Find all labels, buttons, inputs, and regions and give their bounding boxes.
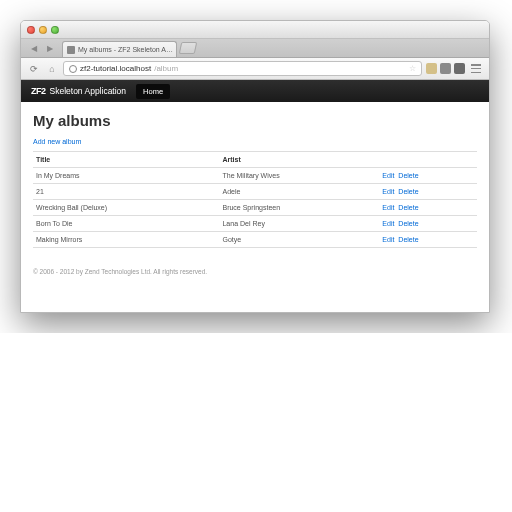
window-titlebar <box>21 21 489 39</box>
edit-link[interactable]: Edit <box>382 220 394 227</box>
cell-actions: Edit Delete <box>379 216 477 232</box>
col-actions-header <box>379 152 477 168</box>
tab-favicon <box>67 46 75 54</box>
forward-button[interactable]: ▶ <box>43 42 57 55</box>
address-bar[interactable]: zf2-tutorial.localhost/album ☆ <box>63 61 422 76</box>
window-minimize-button[interactable] <box>39 26 47 34</box>
cell-artist: Bruce Springsteen <box>219 200 379 216</box>
browser-toolbar: ⟳ ⌂ zf2-tutorial.localhost/album ☆ <box>21 58 489 80</box>
edit-link[interactable]: Edit <box>382 172 394 179</box>
cell-actions: Edit Delete <box>379 232 477 248</box>
cell-actions: Edit Delete <box>379 168 477 184</box>
browser-menu-button[interactable] <box>469 63 483 74</box>
bookmark-star-icon[interactable]: ☆ <box>409 64 416 73</box>
page-viewport: ZF2 Skeleton Application Home My albums … <box>21 80 489 312</box>
cell-title: Born To Die <box>33 216 219 232</box>
table-row: Born To DieLana Del ReyEdit Delete <box>33 216 477 232</box>
cell-actions: Edit Delete <box>379 184 477 200</box>
cell-title: Wrecking Ball (Deluxe) <box>33 200 219 216</box>
brand-link[interactable]: ZF2 Skeleton Application <box>31 86 126 96</box>
page-content: My albums Add new album Title Artist In … <box>21 102 489 258</box>
url-host: zf2-tutorial.localhost <box>80 64 151 73</box>
page-title: My albums <box>33 112 477 129</box>
page-footer: © 2006 - 2012 by Zend Technologies Ltd. … <box>21 258 489 285</box>
delete-link[interactable]: Delete <box>398 188 418 195</box>
edit-link[interactable]: Edit <box>382 188 394 195</box>
cell-title: In My Dreams <box>33 168 219 184</box>
delete-link[interactable]: Delete <box>398 204 418 211</box>
delete-link[interactable]: Delete <box>398 220 418 227</box>
cell-title: 21 <box>33 184 219 200</box>
delete-link[interactable]: Delete <box>398 172 418 179</box>
cell-artist: Lana Del Rey <box>219 216 379 232</box>
nav-link-home[interactable]: Home <box>136 84 170 99</box>
extension-icon[interactable] <box>454 63 465 74</box>
table-row: Wrecking Ball (Deluxe)Bruce SpringsteenE… <box>33 200 477 216</box>
table-row: 21AdeleEdit Delete <box>33 184 477 200</box>
col-artist-header: Artist <box>219 152 379 168</box>
cell-actions: Edit Delete <box>379 200 477 216</box>
albums-table: Title Artist In My DreamsThe Military Wi… <box>33 151 477 248</box>
reload-button[interactable]: ⟳ <box>27 62 41 76</box>
browser-window: ◀ ▶ My albums - ZF2 Skeleton A… × ⟳ ⌂ zf… <box>20 20 490 313</box>
delete-link[interactable]: Delete <box>398 236 418 243</box>
app-navbar: ZF2 Skeleton Application Home <box>21 80 489 102</box>
cell-artist: Adele <box>219 184 379 200</box>
cell-artist: Gotye <box>219 232 379 248</box>
browser-tab[interactable]: My albums - ZF2 Skeleton A… × <box>62 41 177 57</box>
edit-link[interactable]: Edit <box>382 236 394 243</box>
table-row: In My DreamsThe Military WivesEdit Delet… <box>33 168 477 184</box>
url-path: /album <box>154 64 178 73</box>
browser-tabstrip: ◀ ▶ My albums - ZF2 Skeleton A… × <box>21 39 489 58</box>
cell-title: Making Mirrors <box>33 232 219 248</box>
extension-icon[interactable] <box>440 63 451 74</box>
brand-logo: ZF2 <box>31 86 46 96</box>
col-title-header: Title <box>33 152 219 168</box>
brand-text: Skeleton Application <box>50 86 127 96</box>
back-button[interactable]: ◀ <box>27 42 41 55</box>
albums-tbody: In My DreamsThe Military WivesEdit Delet… <box>33 168 477 248</box>
site-identity-icon <box>69 65 77 73</box>
home-button[interactable]: ⌂ <box>45 62 59 76</box>
extension-icon[interactable] <box>426 63 437 74</box>
tab-title: My albums - ZF2 Skeleton A… <box>78 46 173 53</box>
add-new-album-link[interactable]: Add new album <box>33 138 81 145</box>
edit-link[interactable]: Edit <box>382 204 394 211</box>
new-tab-button[interactable] <box>179 42 198 54</box>
table-row: Making MirrorsGotyeEdit Delete <box>33 232 477 248</box>
tab-close-button[interactable]: × <box>176 45 177 54</box>
window-zoom-button[interactable] <box>51 26 59 34</box>
cell-artist: The Military Wives <box>219 168 379 184</box>
window-close-button[interactable] <box>27 26 35 34</box>
